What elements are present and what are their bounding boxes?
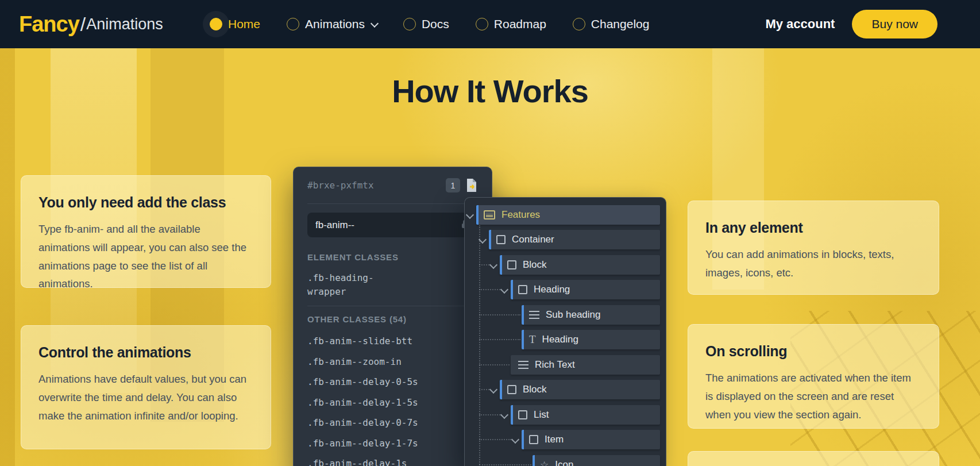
structure-row-rich-text[interactable]: Rich Text [511,355,660,375]
structure-row-heading[interactable]: T Heading [522,330,660,349]
tree-guide-line [479,464,531,465]
card-title: Control the animations [38,344,253,361]
class-item[interactable]: .fb-anim--delay-0-5s [307,372,478,392]
card-body: The animations are activated when the it… [705,369,921,423]
other-classes-heading: OTHER CLASSES (54) [307,314,478,324]
nav-label: Animations [305,17,365,31]
nav-bullet-icon [210,18,222,30]
block-icon [507,385,516,394]
paste-class-icon[interactable] [465,178,478,192]
count-badge[interactable]: 1 [446,178,460,192]
class-item[interactable]: .fb-anim--delay-1-5s [307,392,478,413]
structure-row-container[interactable]: Container [489,230,660,249]
class-item[interactable]: .fb-anim--delay-1s [307,453,478,466]
logo-brand: Fancy [19,12,79,37]
my-account-link[interactable]: My account [765,17,835,32]
container-icon [496,235,506,244]
card-any-element: In any element You can add animations in… [688,201,939,295]
chevron-down-icon[interactable] [501,287,507,292]
card-body: Animations have default values, but you … [38,370,253,425]
heading-t-icon: T [529,335,536,344]
card-title: On scrolling [705,343,921,360]
card-title: In any element [705,219,921,236]
block-icon [518,285,527,294]
structure-panel: Features Container Block Heading Sub hea… [464,197,666,466]
buy-now-button[interactable]: Buy now [852,10,937,38]
partial-card [688,451,939,466]
navbar-right: My account Buy now [765,0,937,48]
tree-guide-line [479,314,520,315]
chevron-down-icon[interactable] [480,237,485,242]
element-class-item[interactable]: .fb-heading-wrapper [307,271,408,299]
nav-label: Home [228,17,260,31]
class-item[interactable]: .fb-anim--slide-btt [307,331,478,352]
logo-suffix: Animations [86,16,163,33]
nav-label: Docs [422,17,449,31]
builder-classes-panel: #brxe-pxfmtx 1 ELEM [293,167,492,466]
tree-guide-line [479,389,489,390]
structure-row-heading-block[interactable]: Heading [511,280,660,299]
block-icon [507,260,516,269]
site-logo[interactable]: Fancy / Animations [19,0,163,48]
structure-row-list[interactable]: List [511,405,660,425]
nav-label: Roadmap [494,17,546,31]
class-item[interactable]: .fb-anim--zoom-in [307,352,478,372]
nav-item-roadmap[interactable]: Roadmap [476,17,546,31]
chevron-down-icon[interactable] [501,412,507,418]
list-icon [518,410,527,419]
other-classes-list: .fb-anim--slide-btt .fb-anim--zoom-in .f… [307,331,478,466]
section-icon [484,210,495,219]
card-body: You can add animations in blocks, texts,… [705,245,921,282]
tree-guide-line [479,339,520,340]
structure-row-features[interactable]: Features [476,205,660,225]
nav-bullet-icon [287,18,299,30]
nav-bullet-icon [573,18,585,30]
page: Fancy / Animations Home Animations Docs … [0,0,980,466]
chevron-down-icon[interactable] [467,212,473,218]
tree-guide-line [479,264,489,265]
divider [307,306,478,306]
chevron-down-icon [372,21,377,26]
structure-row-item[interactable]: Item [522,430,660,449]
tree-guide-line [479,289,500,290]
item-icon [529,435,538,444]
class-item[interactable]: .fb-anim--delay-0-7s [307,413,478,433]
tree-guide-line [479,414,500,415]
structure-row-block[interactable]: Block [500,255,660,275]
navbar: Fancy / Animations Home Animations Docs … [0,0,980,48]
chevron-down-icon[interactable] [491,262,496,268]
chevron-down-icon[interactable] [512,437,518,442]
nav-item-changelog[interactable]: Changelog [573,17,650,31]
card-add-the-class: You only need add the class Type fb-anim… [21,175,271,288]
card-title: You only need add the class [38,194,253,211]
nav-item-animations[interactable]: Animations [287,17,377,31]
text-lines-icon [529,311,539,319]
structure-row-icon[interactable]: ☆ Icon [533,455,660,466]
chevron-down-icon[interactable] [491,387,496,392]
nav-item-docs[interactable]: Docs [403,17,449,31]
tree-guide-line [479,364,510,365]
tree-guide-line [479,225,480,465]
nav-bullet-icon [476,18,488,30]
class-search-input[interactable] [315,219,453,231]
main-menu: Home Animations Docs Roadmap Changelog [210,0,649,48]
builder-header: #brxe-pxfmtx 1 [307,167,478,204]
structure-row-block-2[interactable]: Block [500,380,660,399]
builder-header-actions: 1 [446,178,478,192]
nav-bullet-icon [403,18,416,30]
tree-guide-line [479,439,511,440]
card-body: Type fb-anim- and all the available anim… [38,220,253,293]
card-control-animations: Control the animations Animations have d… [21,325,271,449]
class-item[interactable]: .fb-anim--delay-1-7s [307,433,478,454]
logo-separator: / [80,13,86,36]
nav-label: Changelog [591,17,650,31]
element-id-label: #brxe-pxfmtx [307,180,374,191]
card-on-scrolling: On scrolling The animations are activate… [688,324,939,429]
structure-row-sub-heading[interactable]: Sub heading [522,305,660,325]
class-input-wrapper [307,213,478,237]
element-classes-heading: ELEMENT CLASSES [307,252,478,262]
star-icon: ☆ [540,460,549,466]
nav-item-home[interactable]: Home [210,17,260,31]
page-title: How It Works [0,72,980,110]
rich-text-icon [518,361,528,369]
